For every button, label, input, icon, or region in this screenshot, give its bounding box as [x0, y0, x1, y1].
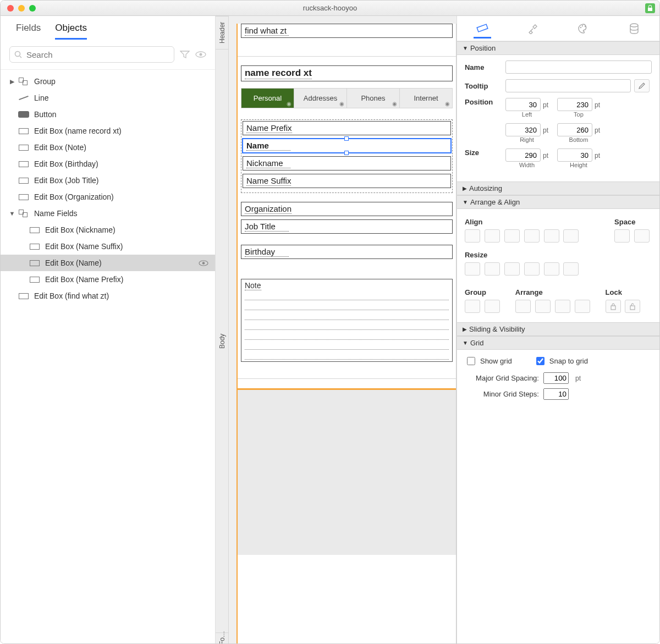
search-input[interactable]: [9, 46, 174, 63]
tree-item[interactable]: Edit Box (Organization): [1, 189, 215, 205]
height-field[interactable]: [557, 148, 592, 162]
top-field[interactable]: [557, 98, 592, 111]
send-backward-icon[interactable]: [555, 300, 570, 313]
left-field[interactable]: [505, 98, 541, 111]
editbox[interactable]: Job Title: [241, 219, 453, 234]
editbox[interactable]: Name Suffix: [243, 174, 451, 188]
editbox-note[interactable]: Note: [241, 279, 453, 362]
right-field[interactable]: [505, 123, 541, 136]
filter-icon[interactable]: [180, 51, 190, 58]
section-arrange[interactable]: ▼Arrange & Align: [457, 195, 659, 209]
group-icon[interactable]: [465, 300, 480, 313]
editbox-birthday[interactable]: Birthday: [241, 245, 453, 259]
tree-item[interactable]: Edit Box (Name): [1, 255, 215, 271]
major-grid-field[interactable]: [543, 372, 569, 384]
palette-icon[interactable]: [575, 20, 592, 37]
record-tabs: Personal◉Addresses◉Phones◉Internet◉: [241, 88, 453, 108]
window-title: rucksack-hooyoo: [1, 4, 659, 12]
size-label: Size: [465, 148, 505, 157]
section-autosizing[interactable]: ▶Autosizing: [457, 181, 659, 195]
tree-item[interactable]: Edit Box (Job Title): [1, 172, 215, 189]
svg-point-8: [582, 25, 583, 26]
tools-icon[interactable]: [524, 20, 542, 37]
part-body-label[interactable]: Body: [216, 49, 228, 632]
editbox-find-what[interactable]: find what zt: [241, 24, 453, 38]
tree-item[interactable]: Edit Box (find what zt): [1, 288, 215, 304]
align-left-icon[interactable]: [465, 229, 480, 243]
layout-canvas[interactable]: find what zt ‹ name record xt Personal◉A…: [237, 24, 457, 643]
tree-item[interactable]: Edit Box (Note): [1, 139, 215, 156]
inspector-panel: ▼Position Name Tooltip Position pt: [457, 16, 659, 643]
tree-item[interactable]: Edit Box (Birthday): [1, 156, 215, 172]
record-tab[interactable]: Addresses◉: [294, 88, 346, 108]
editbox[interactable]: Name Prefix: [243, 121, 451, 135]
resize-5-icon[interactable]: [544, 262, 559, 276]
tree-item[interactable]: Edit Box (Nickname): [1, 222, 215, 238]
width-field[interactable]: [505, 148, 541, 162]
send-back-icon[interactable]: [575, 300, 590, 313]
name-fields-group[interactable]: Name PrefixNameNicknameName Suffix: [241, 119, 453, 193]
name-field[interactable]: [505, 60, 652, 74]
record-tab[interactable]: Internet◉: [399, 88, 453, 108]
resize-4-icon[interactable]: [524, 262, 540, 276]
tree-item[interactable]: Line: [1, 90, 215, 106]
editbox[interactable]: Organization: [241, 202, 453, 216]
tooltip-field[interactable]: [505, 79, 631, 92]
tree-item[interactable]: ▶Group: [1, 73, 215, 90]
part-footer-label[interactable]: Fo…: [216, 632, 228, 643]
bring-forward-icon[interactable]: [535, 300, 551, 313]
left-tabs: Fields Objects: [1, 16, 215, 40]
bring-front-icon[interactable]: [515, 300, 531, 313]
editbox[interactable]: Nickname: [243, 156, 451, 170]
show-grid-checkbox[interactable]: Show grid: [465, 355, 512, 367]
tree-item[interactable]: Button: [1, 106, 215, 123]
align-bottom-icon[interactable]: [563, 229, 579, 243]
minor-grid-field[interactable]: [543, 388, 569, 400]
ruler-icon[interactable]: [474, 21, 491, 38]
svg-point-5: [202, 262, 205, 265]
resize-2-icon[interactable]: [485, 262, 500, 276]
align-vcenter-icon[interactable]: [544, 229, 559, 243]
database-icon[interactable]: [625, 20, 643, 37]
edit-tooltip-icon[interactable]: [634, 79, 650, 92]
section-position[interactable]: ▼Position: [457, 41, 659, 55]
resize-1-icon[interactable]: [465, 262, 480, 276]
section-sliding[interactable]: ▶Sliding & Visibility: [457, 322, 659, 336]
ungroup-icon[interactable]: [485, 300, 500, 313]
svg-rect-11: [611, 306, 615, 310]
tree-item[interactable]: ▼Name Fields: [1, 205, 215, 222]
resize-3-icon[interactable]: [504, 262, 520, 276]
editbox-name-record[interactable]: name record xt: [241, 65, 453, 81]
lock-badge-icon[interactable]: [645, 3, 655, 13]
space-h-icon[interactable]: [614, 229, 630, 243]
tab-fields[interactable]: Fields: [16, 23, 41, 40]
svg-point-9: [585, 25, 586, 26]
lock-icon[interactable]: [606, 300, 621, 313]
resize-6-icon[interactable]: [563, 262, 579, 276]
unlock-icon[interactable]: [625, 300, 640, 313]
position-label: Position: [465, 98, 505, 106]
tree-item[interactable]: Edit Box (Name Prefix): [1, 271, 215, 288]
bottom-field[interactable]: [557, 123, 592, 136]
align-hcenter-icon[interactable]: [485, 229, 500, 243]
titlebar: rucksack-hooyoo: [1, 1, 659, 16]
tree-item[interactable]: Edit Box (Name Suffix): [1, 238, 215, 255]
svg-point-10: [630, 24, 638, 27]
svg-line-1: [20, 56, 21, 58]
record-tab[interactable]: Personal◉: [241, 88, 294, 108]
visibility-icon[interactable]: [195, 51, 206, 58]
snap-grid-checkbox[interactable]: Snap to grid: [534, 355, 588, 367]
tab-objects[interactable]: Objects: [55, 23, 87, 40]
space-v-icon[interactable]: [634, 229, 650, 243]
section-grid[interactable]: ▼Grid: [457, 336, 659, 350]
part-header-label[interactable]: Header: [216, 16, 228, 49]
align-top-icon[interactable]: [524, 229, 540, 243]
svg-point-3: [199, 53, 202, 56]
tree-item[interactable]: Edit Box (name record xt): [1, 123, 215, 139]
tooltip-label: Tooltip: [465, 82, 505, 90]
record-tab[interactable]: Phones◉: [346, 88, 399, 108]
editbox[interactable]: Name: [243, 139, 451, 153]
svg-rect-12: [630, 306, 635, 310]
align-right-icon[interactable]: [504, 229, 520, 243]
object-tree: ▶GroupLineButtonEdit Box (name record xt…: [1, 70, 215, 643]
